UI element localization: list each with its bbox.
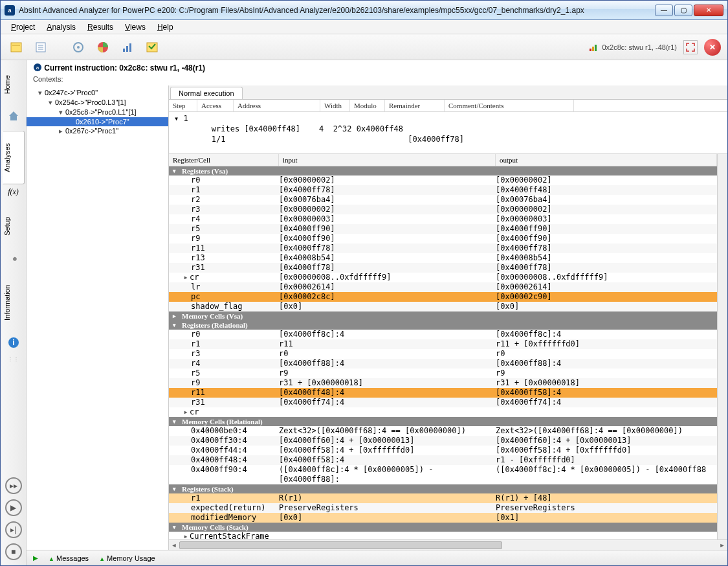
run-icon[interactable]: ▶ <box>33 554 38 561</box>
table-row[interactable]: 0x4000ff90:4([0x4000ff8c]:4 * [0x0000000… <box>169 465 717 484</box>
table-row[interactable]: r9r31 + [0x00000018]r31 + [0x00000018] <box>169 378 717 388</box>
table-row[interactable]: r5r9r9 <box>169 368 717 378</box>
minimize-button[interactable]: — <box>655 5 673 16</box>
col-output[interactable]: output <box>496 154 717 166</box>
sidetab-analyses[interactable]: Analyses <box>3 131 25 185</box>
table-row[interactable]: lr[0x00002614][0x00002614] <box>169 282 717 292</box>
table-row[interactable]: r5[0x4000ff90][0x4000ff90] <box>169 224 717 234</box>
toolbar-btn-6[interactable] <box>143 38 161 56</box>
step-toggle[interactable]: ▾ 1 <box>174 113 200 124</box>
exec-line: 1/1 [0x4000ff78] <box>174 134 722 144</box>
col-register[interactable]: Register/Cell <box>169 154 279 166</box>
horizontal-scrollbar[interactable]: ◄► <box>169 539 727 550</box>
titlebar: a AbsInt Advanced Analyzer for PowerPC e… <box>1 1 727 20</box>
section-header[interactable]: ▾Memory Cells (Relational) <box>169 417 717 426</box>
section-header[interactable]: ▾Memory Cells (Stack) <box>169 523 717 532</box>
table-row[interactable]: 0x4000ff48:4[0x4000ff58]:4r1 - [0xffffff… <box>169 455 717 465</box>
signal-icon <box>590 43 597 51</box>
status-messages[interactable]: Messages <box>56 554 89 562</box>
exec-header[interactable]: Width <box>320 100 350 111</box>
stop-button[interactable]: ■ <box>5 543 22 560</box>
table-row[interactable]: r1[0x4000ff78][0x4000ff48] <box>169 185 717 195</box>
toolbar: 0x2c8c: stwu r1, -48(r1) ✕ <box>1 34 727 60</box>
menu-analysis[interactable]: Analysis <box>41 21 81 33</box>
table-row[interactable]: 0x4000ff30:4[0x4000ff60]:4 + [0x00000013… <box>169 436 717 446</box>
menu-project[interactable]: Project <box>6 21 40 33</box>
svg-rect-11 <box>129 43 131 52</box>
section-header[interactable]: ▾Registers (Stack) <box>169 484 717 493</box>
table-row[interactable]: r2[0x00076ba4][0x00076ba4] <box>169 195 717 205</box>
play-button[interactable]: ▶ <box>5 499 22 516</box>
table-row[interactable]: r1R(r1)R(r1) + [48] <box>169 493 717 503</box>
table-row[interactable]: r3r0r0 <box>169 349 717 359</box>
section-header[interactable]: ▾Registers (Relational) <box>169 321 717 330</box>
menu-help[interactable]: Help <box>152 21 179 33</box>
contexts-label: Contexts: <box>27 74 727 85</box>
table-row[interactable]: 0x4000ff44:4[0x4000ff58]:4 + [0xffffffd0… <box>169 446 717 455</box>
section-header[interactable]: ▾Registers (Vsa) <box>169 166 717 175</box>
table-row[interactable]: shadow_flag[0x0][0x0] <box>169 302 717 311</box>
context-tree[interactable]: ▾0x247c->"Proc0"▾0x254c->"Proc0.L3"[1]▾0… <box>27 85 169 550</box>
table-row[interactable]: 0x40000be0:4Zext<32>([0x4000ff68]:4 == [… <box>169 426 717 436</box>
error-icon[interactable]: ✕ <box>704 39 721 56</box>
exec-header[interactable]: Access <box>197 100 234 111</box>
table-row[interactable]: r0[0x4000ff8c]:4[0x4000ff8c]:4 <box>169 330 717 339</box>
maximize-button[interactable]: ▢ <box>674 5 692 16</box>
table-row[interactable]: r4[0x00000003][0x00000003] <box>169 214 717 224</box>
table-row[interactable]: r9[0x4000ff90][0x4000ff90] <box>169 234 717 243</box>
toolbar-btn-3[interactable] <box>69 38 87 56</box>
vertical-scrollbar[interactable] <box>717 154 727 539</box>
exec-header[interactable]: Modulo <box>350 100 385 111</box>
table-row[interactable]: ▸CurrentStackFrame <box>169 532 717 539</box>
execution-table: StepAccessAddressWidthModuloRemainderCom… <box>169 100 727 154</box>
sidetab-setup[interactable]: Setup <box>3 205 25 248</box>
step-button[interactable]: ▸| <box>5 521 22 538</box>
exec-header[interactable]: Remainder <box>385 100 445 111</box>
window-title: AbsInt Advanced Analyzer for PowerPC e20… <box>19 6 655 15</box>
table-row[interactable]: r31[0x4000ff74]:4[0x4000ff74]:4 <box>169 398 717 407</box>
register-table[interactable]: Register/Cell input output ▾Registers (V… <box>169 154 717 539</box>
table-row[interactable]: r13[0x40008b54][0x40008b54] <box>169 253 717 263</box>
side-tabs: Home Analyses f(x) Setup Information i ⋮… <box>1 60 27 472</box>
table-row[interactable]: expected(return)PreserveRegistersPreserv… <box>169 503 717 513</box>
toolbar-btn-1[interactable] <box>7 38 25 56</box>
toolbar-btn-2[interactable] <box>32 38 50 56</box>
tree-node[interactable]: 0x2610->"Proc7" <box>27 117 168 126</box>
menu-views[interactable]: Views <box>120 21 151 33</box>
fullscreen-button[interactable] <box>683 40 698 54</box>
table-row[interactable]: modifiedMemory[0x0][0x1] <box>169 513 717 523</box>
table-row[interactable]: r31[0x4000ff78][0x4000ff78] <box>169 263 717 273</box>
tree-node[interactable]: ▾0x254c->"Proc0.L3"[1] <box>27 98 168 108</box>
status-memory[interactable]: Memory Usage <box>107 554 155 562</box>
app-icon: a <box>5 5 15 16</box>
section-header[interactable]: ▸Memory Cells (Vsa) <box>169 311 717 321</box>
table-row[interactable]: pc[0x00002c8c][0x00002c90] <box>169 292 717 302</box>
info-icon: i <box>8 337 19 348</box>
table-row[interactable]: r11[0x4000ff78][0x4000ff78] <box>169 243 717 253</box>
statusbar: ▶ ▲ Messages ▲ Memory Usage <box>27 550 727 565</box>
home-icon <box>8 110 19 122</box>
tree-node[interactable]: ▸0x267c->"Proc1" <box>27 126 168 136</box>
table-row[interactable]: ▸cr[0x00000008..0xfdfffff9][0x00000008..… <box>169 273 717 282</box>
play-fast-button[interactable]: ▸▸ <box>5 477 22 494</box>
toolbar-btn-4[interactable] <box>94 38 112 56</box>
exec-header[interactable]: Address <box>234 100 320 111</box>
tree-node[interactable]: ▾0x25c8->"Proc0.L1"[1] <box>27 108 168 117</box>
playback-controls: ▸▸ ▶ ▸| ■ <box>1 472 27 565</box>
col-input[interactable]: input <box>279 154 496 166</box>
table-row[interactable]: r11[0x4000ff48]:4[0x4000ff58]:4 <box>169 388 717 398</box>
table-row[interactable]: r4[0x4000ff88]:4[0x4000ff88]:4 <box>169 359 717 368</box>
table-row[interactable]: r3[0x00000002][0x00000002] <box>169 205 717 214</box>
table-row[interactable]: r1r11r11 + [0xffffffd0] <box>169 339 717 349</box>
toolbar-btn-5[interactable] <box>118 38 137 56</box>
table-row[interactable]: r0[0x00000002][0x00000002] <box>169 175 717 185</box>
sidetab-home[interactable]: Home <box>3 63 25 106</box>
tree-node[interactable]: ▾0x247c->"Proc0" <box>27 88 168 98</box>
menu-results[interactable]: Results <box>82 21 118 33</box>
exec-header[interactable]: Comment/Contents <box>445 100 574 111</box>
exec-header[interactable]: Step <box>169 100 197 111</box>
tab-normal-execution[interactable]: Normal execution <box>170 87 243 99</box>
close-button[interactable]: ✕ <box>694 5 723 16</box>
table-row[interactable]: ▸cr <box>169 407 717 417</box>
sidetab-information[interactable]: Information <box>3 273 25 333</box>
